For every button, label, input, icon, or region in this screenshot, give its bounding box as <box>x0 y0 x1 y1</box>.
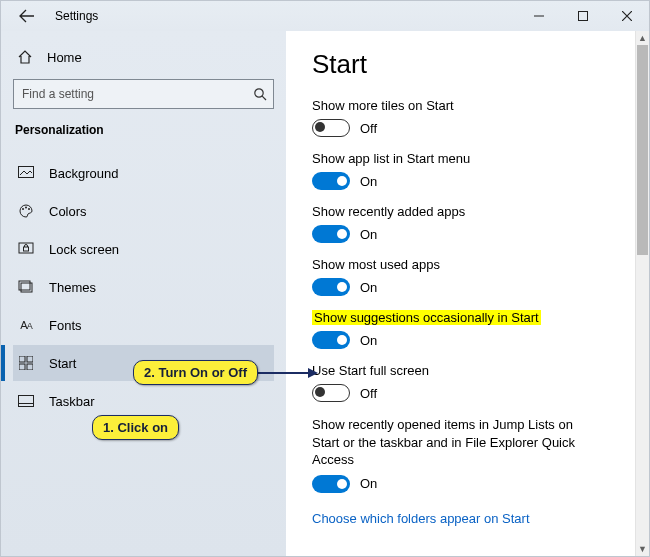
svg-rect-1 <box>579 12 588 21</box>
page-title: Start <box>312 49 635 80</box>
svg-rect-13 <box>27 356 33 362</box>
lockscreen-icon <box>17 242 35 256</box>
setting-show-more-tiles: Show more tiles on Start Off <box>312 98 635 137</box>
minimize-icon <box>534 11 544 21</box>
sidebar-item-label: Themes <box>49 280 96 295</box>
setting-label: Show most used apps <box>312 257 635 272</box>
setting-label: Show app list in Start menu <box>312 151 635 166</box>
sidebar-item-label: Background <box>49 166 118 181</box>
home-nav[interactable]: Home <box>13 45 274 79</box>
toggle-state: On <box>360 174 377 189</box>
setting-label: Show suggestions occasionally in Start <box>312 310 541 325</box>
svg-point-2 <box>255 89 263 97</box>
svg-rect-16 <box>19 396 34 407</box>
scrollbar[interactable]: ▲ ▼ <box>635 31 649 556</box>
colors-icon <box>17 203 35 219</box>
scroll-down-icon[interactable]: ▼ <box>636 542 649 556</box>
setting-label: Use Start full screen <box>312 363 635 378</box>
toggle-recently-added[interactable] <box>312 225 350 243</box>
svg-rect-12 <box>19 356 25 362</box>
close-icon <box>622 11 632 21</box>
setting-jumplists: Show recently opened items in Jump Lists… <box>312 416 635 493</box>
search-icon <box>253 87 267 101</box>
setting-most-used: Show most used apps On <box>312 257 635 296</box>
setting-fullscreen: Use Start full screen Off <box>312 363 635 402</box>
sidebar-item-label: Fonts <box>49 318 82 333</box>
svg-rect-14 <box>19 364 25 370</box>
close-button[interactable] <box>605 1 649 31</box>
search-box[interactable] <box>13 79 274 109</box>
toggle-state: On <box>360 227 377 242</box>
toggle-state: On <box>360 476 377 491</box>
sidebar-item-background[interactable]: Background <box>13 155 274 191</box>
svg-rect-9 <box>24 247 29 251</box>
setting-suggestions: Show suggestions occasionally in Start O… <box>312 310 635 349</box>
annotation-step2: 2. Turn On or Off <box>133 360 258 385</box>
sidebar-item-label: Lock screen <box>49 242 119 257</box>
background-icon <box>17 166 35 180</box>
section-title: Personalization <box>15 123 274 137</box>
maximize-button[interactable] <box>561 1 605 31</box>
svg-point-6 <box>25 207 27 209</box>
maximize-icon <box>578 11 588 21</box>
svg-marker-19 <box>308 368 318 378</box>
back-arrow-icon <box>19 8 35 24</box>
toggle-show-more-tiles[interactable] <box>312 119 350 137</box>
setting-show-app-list: Show app list in Start menu On <box>312 151 635 190</box>
svg-rect-15 <box>27 364 33 370</box>
sidebar-item-lockscreen[interactable]: Lock screen <box>13 231 274 267</box>
minimize-button[interactable] <box>517 1 561 31</box>
themes-icon <box>17 280 35 294</box>
svg-point-7 <box>28 208 30 210</box>
sidebar-item-themes[interactable]: Themes <box>13 269 274 305</box>
toggle-state: Off <box>360 121 377 136</box>
folders-link[interactable]: Choose which folders appear on Start <box>312 511 530 526</box>
setting-recently-added: Show recently added apps On <box>312 204 635 243</box>
sidebar-item-fonts[interactable]: AA Fonts <box>13 307 274 343</box>
taskbar-icon <box>17 395 35 407</box>
sidebar-item-colors[interactable]: Colors <box>13 193 274 229</box>
sidebar-item-label: Taskbar <box>49 394 95 409</box>
annotation-arrow-2 <box>253 363 323 383</box>
svg-point-5 <box>22 208 24 210</box>
svg-line-3 <box>262 96 266 100</box>
search-input[interactable] <box>22 87 253 101</box>
sidebar-item-taskbar[interactable]: Taskbar <box>13 383 274 419</box>
start-icon <box>17 356 35 370</box>
setting-label: Show recently added apps <box>312 204 635 219</box>
toggle-most-used[interactable] <box>312 278 350 296</box>
toggle-fullscreen[interactable] <box>312 384 350 402</box>
toggle-state: On <box>360 333 377 348</box>
sidebar-item-label: Start <box>49 356 76 371</box>
back-button[interactable] <box>15 4 39 28</box>
toggle-show-app-list[interactable] <box>312 172 350 190</box>
home-icon <box>17 49 33 65</box>
toggle-suggestions[interactable] <box>312 331 350 349</box>
scroll-up-icon[interactable]: ▲ <box>636 31 649 45</box>
annotation-step1: 1. Click on <box>92 415 179 440</box>
setting-label: Show recently opened items in Jump Lists… <box>312 416 602 469</box>
toggle-state: On <box>360 280 377 295</box>
fonts-icon: AA <box>17 319 35 331</box>
toggle-jumplists[interactable] <box>312 475 350 493</box>
window-title: Settings <box>55 9 98 23</box>
setting-label: Show more tiles on Start <box>312 98 635 113</box>
scrollbar-thumb[interactable] <box>637 45 648 255</box>
sidebar-item-label: Colors <box>49 204 87 219</box>
home-label: Home <box>47 50 82 65</box>
toggle-state: Off <box>360 386 377 401</box>
